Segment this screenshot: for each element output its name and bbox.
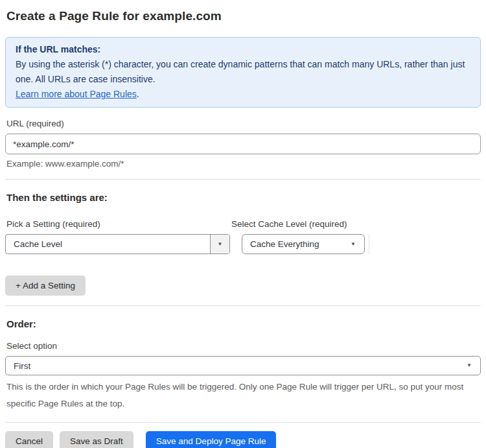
save-as-draft-button[interactable]: Save as Draft <box>60 431 133 448</box>
cache-level-picker-label: Select Cache Level (required) <box>231 219 365 230</box>
vertical-separator <box>369 234 369 254</box>
create-page-rule-form: Create a Page Rule for example.com If th… <box>0 0 486 448</box>
divider <box>5 305 481 306</box>
chevron-down-icon: ▼ <box>467 363 472 368</box>
cache-level-picker-value: Cache Everything <box>242 239 348 249</box>
setting-picker-value: Cache Level <box>6 239 210 249</box>
settings-section-heading: Then the settings are: <box>6 192 481 204</box>
order-section-heading: Order: <box>6 318 481 330</box>
order-select-label: Select option <box>6 341 481 351</box>
footer-actions: Cancel Save as Draft Save and Deploy Pag… <box>5 431 481 448</box>
url-matches-info-box: If the URL matches: By using the asteris… <box>5 37 481 108</box>
cache-level-arrow-wrap: ▼ <box>348 242 364 247</box>
divider <box>5 179 481 180</box>
add-setting-button[interactable]: + Add a Setting <box>5 276 86 296</box>
order-select[interactable]: First ▼ <box>5 356 481 375</box>
divider <box>5 422 481 423</box>
order-helper-text: This is the order in which your Page Rul… <box>6 379 481 412</box>
save-and-deploy-button[interactable]: Save and Deploy Page Rule <box>146 431 277 448</box>
setting-picker-group: Pick a Setting (required) Cache Level ▼ <box>5 204 230 254</box>
setting-picker-label: Pick a Setting (required) <box>6 219 230 230</box>
url-label: URL (required) <box>6 119 481 129</box>
url-example-helper: Example: www.example.com/* <box>6 159 481 169</box>
order-arrow-wrap: ▼ <box>464 363 480 368</box>
settings-selects-row: Pick a Setting (required) Cache Level ▼ … <box>5 204 481 254</box>
info-box-link-line: Learn more about Page Rules. <box>16 87 470 102</box>
learn-more-page-rules-link[interactable]: Learn more about Page Rules <box>16 89 137 99</box>
page-title: Create a Page Rule for example.com <box>6 9 481 23</box>
setting-picker-arrow-box: ▼ <box>210 235 229 253</box>
info-box-body: By using the asterisk (*) character, you… <box>16 57 470 87</box>
chevron-down-icon: ▼ <box>351 242 356 247</box>
cache-level-picker-group: Select Cache Level (required) Cache Ever… <box>230 204 365 254</box>
setting-picker-select[interactable]: Cache Level ▼ <box>5 234 230 254</box>
info-box-heading: If the URL matches: <box>16 42 470 57</box>
link-suffix: . <box>137 89 139 99</box>
cancel-button[interactable]: Cancel <box>5 431 53 448</box>
url-input[interactable] <box>5 134 481 154</box>
order-select-value: First <box>6 361 464 371</box>
chevron-down-icon: ▼ <box>218 242 223 247</box>
cache-level-picker-select[interactable]: Cache Everything ▼ <box>242 234 365 254</box>
